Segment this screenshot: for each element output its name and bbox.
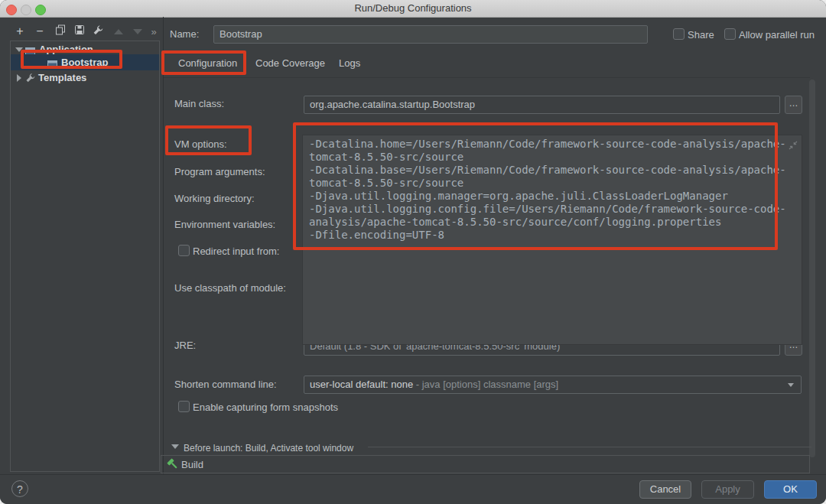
copy-icon <box>55 24 66 38</box>
apply-button[interactable]: Apply <box>701 480 754 499</box>
shorten-hint: - java [options] classname [args] <box>416 379 558 390</box>
dialog-footer: ? Cancel Apply OK <box>0 474 826 504</box>
share-checkbox-label[interactable]: Share <box>688 29 714 41</box>
shorten-command-line-combobox[interactable]: user-local default: none - java [options… <box>304 376 802 394</box>
name-input[interactable]: Bootstrap <box>213 25 648 44</box>
ok-button[interactable]: OK <box>764 480 817 499</box>
chevrons-right-icon: » <box>151 26 156 37</box>
redirect-input-label[interactable]: Redirect input from: <box>193 245 279 258</box>
share-checkbox[interactable] <box>673 28 685 40</box>
arrow-down-icon <box>133 29 142 34</box>
wrench-icon <box>93 24 104 39</box>
build-item-label: Build <box>181 459 203 471</box>
allow-parallel-run-label[interactable]: Allow parallel run <box>739 29 815 41</box>
dropdown-caret-icon <box>788 383 794 387</box>
add-configuration-button[interactable]: + <box>11 24 28 38</box>
tab-configuration[interactable]: Configuration <box>178 56 237 71</box>
arrow-up-icon <box>114 29 123 34</box>
shorten-command-line-label: Shorten command line: <box>174 379 277 391</box>
tree-group-templates[interactable]: Templates <box>11 70 159 86</box>
use-classpath-label: Use classpath of module: <box>174 282 286 294</box>
close-window-button[interactable] <box>6 5 17 15</box>
move-down-button[interactable] <box>129 24 146 38</box>
tree-group-label: Templates <box>38 70 86 86</box>
wrench-icon <box>25 73 36 86</box>
configurations-tree: Application Bootstrap Templates <box>10 41 160 472</box>
redirect-input-checkbox[interactable] <box>178 245 190 256</box>
copy-configuration-button[interactable] <box>52 24 69 38</box>
main-class-label: Main class: <box>174 98 224 110</box>
collapse-editor-icon[interactable] <box>789 139 798 153</box>
jre-label: JRE: <box>174 340 196 352</box>
enable-snapshots-checkbox[interactable] <box>178 401 190 412</box>
name-label: Name: <box>170 28 199 41</box>
environment-variables-label: Environment variables: <box>174 219 275 231</box>
tree-item-bootstrap[interactable]: Bootstrap <box>11 54 159 70</box>
collapse-section-icon[interactable] <box>171 444 179 449</box>
tab-code-coverage[interactable]: Code Coverage <box>255 56 325 71</box>
hammer-icon <box>167 458 179 473</box>
before-launch-item-build[interactable]: Build <box>161 456 809 473</box>
working-directory-label: Working directory: <box>174 193 255 205</box>
edit-templates-button[interactable] <box>89 24 106 38</box>
minimize-window-button[interactable] <box>21 5 31 15</box>
main-class-browse-button[interactable]: … <box>785 96 802 114</box>
allow-parallel-run-checkbox[interactable] <box>724 28 736 40</box>
sidebar-divider <box>163 17 164 474</box>
titlebar: Run/Debug Configurations <box>0 0 826 18</box>
plus-icon: + <box>16 25 23 37</box>
save-icon <box>74 24 85 38</box>
tab-logs[interactable]: Logs <box>339 56 360 71</box>
move-up-button[interactable] <box>110 24 127 38</box>
vm-options-editor[interactable]: -Dcatalina.home=/Users/Riemann/Code/fram… <box>302 135 802 345</box>
before-launch-divider <box>368 447 811 447</box>
vm-options-text: -Dcatalina.home=/Users/Riemann/Code/fram… <box>309 138 791 242</box>
shorten-value: user-local default: none <box>310 379 413 390</box>
main-class-input[interactable]: org.apache.catalina.startup.Bootstrap <box>304 96 780 114</box>
more-actions-button[interactable]: » <box>145 24 162 38</box>
cancel-button[interactable]: Cancel <box>639 480 691 499</box>
save-configuration-button[interactable] <box>71 24 88 38</box>
vm-options-label: VM options: <box>174 138 227 151</box>
before-launch-list: Build <box>161 455 810 473</box>
tabs-divider <box>164 77 810 78</box>
minus-icon: − <box>36 25 43 37</box>
remove-configuration-button[interactable]: − <box>31 24 48 38</box>
content-scrollbar[interactable] <box>809 80 815 457</box>
chevron-down-icon <box>15 47 23 52</box>
enable-snapshots-label[interactable]: Enable capturing form snapshots <box>193 402 338 414</box>
program-arguments-label: Program arguments: <box>174 166 265 178</box>
window-title: Run/Debug Configurations <box>0 0 826 17</box>
run-debug-configurations-dialog: Run/Debug Configurations + − » <box>0 0 826 504</box>
help-button[interactable]: ? <box>11 480 28 497</box>
zoom-window-button[interactable] <box>35 5 46 15</box>
tree-item-label: Bootstrap <box>61 54 108 70</box>
chevron-right-icon <box>17 74 21 82</box>
before-launch-header[interactable]: Before launch: Build, Activate tool wind… <box>184 442 353 454</box>
